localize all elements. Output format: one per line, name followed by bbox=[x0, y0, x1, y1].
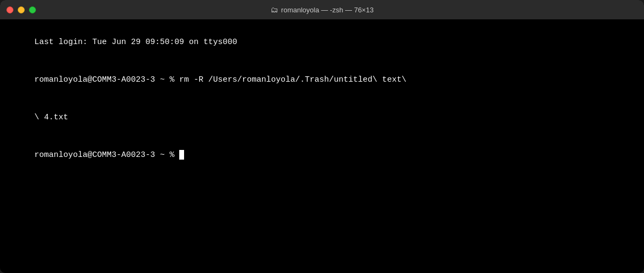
idle-prompt-line: romanloyola@COMM3-A0023-3 ~ % bbox=[5, 136, 639, 174]
last-login-line: Last login: Tue Jun 29 09:50:09 on ttys0… bbox=[5, 24, 639, 61]
window-title: romanloyola — -zsh — 76×13 bbox=[281, 6, 374, 14]
maximize-button[interactable] bbox=[29, 6, 36, 13]
terminal-body[interactable]: Last login: Tue Jun 29 09:50:09 on ttys0… bbox=[0, 19, 644, 273]
prompt-1: romanloyola@COMM3-A0023-3 ~ % bbox=[34, 75, 179, 84]
cursor bbox=[179, 150, 184, 160]
terminal-window: 🗂 romanloyola — -zsh — 76×13 Last login:… bbox=[0, 0, 644, 273]
minimize-button[interactable] bbox=[18, 6, 25, 13]
continuation-line: \ 4.txt bbox=[5, 99, 639, 136]
prompt-2: romanloyola@COMM3-A0023-3 ~ % bbox=[34, 150, 179, 160]
command-line: romanloyola@COMM3-A0023-3 ~ % rm -R /Use… bbox=[5, 61, 639, 99]
traffic-lights bbox=[6, 6, 36, 13]
close-button[interactable] bbox=[6, 6, 13, 13]
last-login-text: Last login: Tue Jun 29 09:50:09 on ttys0… bbox=[34, 38, 237, 47]
folder-icon: 🗂 bbox=[270, 5, 278, 14]
continuation-text: \ 4.txt bbox=[34, 113, 68, 122]
title-bar-text: 🗂 romanloyola — -zsh — 76×13 bbox=[270, 5, 374, 14]
title-bar: 🗂 romanloyola — -zsh — 76×13 bbox=[0, 0, 644, 19]
command-1: rm -R /Users/romanloyola/.Trash/untitled… bbox=[179, 75, 406, 84]
